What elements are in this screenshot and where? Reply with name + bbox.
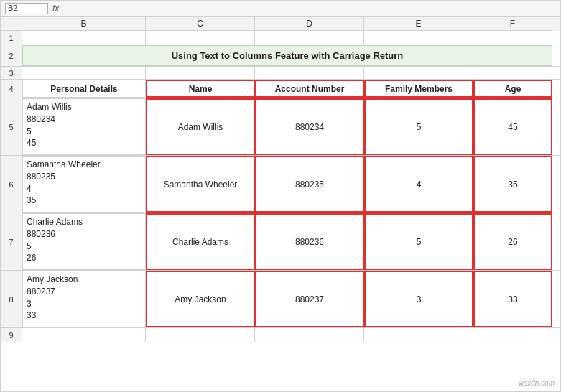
row-num-7: 7 xyxy=(1,213,22,270)
cell-e3[interactable] xyxy=(364,67,473,79)
col-header-f[interactable]: F xyxy=(473,17,552,31)
cell-name-8[interactable]: Amy Jackson xyxy=(146,271,255,327)
cell-b1[interactable] xyxy=(22,31,146,45)
grid: B C D E F 1 2 Using Text to Columns Feat… xyxy=(1,17,560,391)
cell-name-7[interactable]: Charlie Adams xyxy=(146,213,255,270)
row-num-1: 1 xyxy=(1,31,22,45)
grid-body: 1 2 Using Text to Columns Feature with C… xyxy=(1,31,560,342)
header-account-number[interactable]: Account Number xyxy=(255,80,364,98)
row-4-headers: 4 Personal Details Name Account Number F… xyxy=(1,80,560,98)
col-header-d[interactable]: D xyxy=(255,17,364,31)
watermark: wsxdn.com xyxy=(519,379,555,387)
header-name[interactable]: Name xyxy=(146,80,255,98)
cell-c9[interactable] xyxy=(146,328,255,342)
cell-e1[interactable] xyxy=(364,31,473,45)
cell-b3[interactable] xyxy=(22,67,146,79)
cell-personal-5[interactable]: Adam Willis 880234 5 45 xyxy=(22,98,146,155)
cell-account-8[interactable]: 880237 xyxy=(255,271,364,327)
cell-f9[interactable] xyxy=(473,328,552,342)
table-row: 5 Adam Willis 880234 5 45 Adam Willis 88… xyxy=(1,98,560,156)
col-header-b[interactable]: B xyxy=(22,17,146,31)
row-3: 3 xyxy=(1,67,560,80)
spreadsheet: B2 fx B C D E F 1 2 xyxy=(0,0,561,392)
cell-age-6[interactable]: 35 xyxy=(473,156,552,213)
cell-name-5[interactable]: Adam Willis xyxy=(146,98,255,155)
col-header-c[interactable]: C xyxy=(146,17,255,31)
header-personal-details[interactable]: Personal Details xyxy=(22,80,146,98)
row-num-8: 8 xyxy=(1,271,22,327)
table-row: 7 Charlie Adams 880236 5 26 Charlie Adam… xyxy=(1,213,560,271)
cell-name-6[interactable]: Samantha Wheeler xyxy=(146,156,255,213)
title-text: Using Text to Columns Feature with Carri… xyxy=(172,50,404,61)
cell-e9[interactable] xyxy=(364,328,473,342)
cell-account-7[interactable]: 880236 xyxy=(255,213,364,270)
formula-bar: B2 fx xyxy=(1,1,560,17)
row-num-9: 9 xyxy=(1,328,22,342)
corner-cell xyxy=(1,17,22,31)
header-family-members[interactable]: Family Members xyxy=(364,80,473,98)
row-2: 2 Using Text to Columns Feature with Car… xyxy=(1,45,560,67)
cell-f1[interactable] xyxy=(473,31,552,45)
cell-family-6[interactable]: 4 xyxy=(364,156,473,213)
cell-d3[interactable] xyxy=(255,67,364,79)
row-9: 9 xyxy=(1,328,560,342)
cell-family-7[interactable]: 5 xyxy=(364,213,473,270)
row-num-6: 6 xyxy=(1,156,22,213)
row-num-4: 4 xyxy=(1,80,22,98)
row-num-2: 2 xyxy=(1,45,22,66)
cell-family-8[interactable]: 3 xyxy=(364,271,473,327)
cell-personal-7[interactable]: Charlie Adams 880236 5 26 xyxy=(22,213,146,270)
cell-account-6[interactable]: 880235 xyxy=(255,156,364,213)
row-1: 1 xyxy=(1,31,560,45)
row-num-5: 5 xyxy=(1,98,22,155)
cell-personal-6[interactable]: Samantha Wheeler 880235 4 35 xyxy=(22,156,146,213)
row-num-3: 3 xyxy=(1,67,22,79)
fx-label: fx xyxy=(52,4,59,14)
cell-personal-8[interactable]: Amy Jackson 880237 3 33 xyxy=(22,271,146,327)
title-cell[interactable]: Using Text to Columns Feature with Carri… xyxy=(22,45,552,66)
cell-c1[interactable] xyxy=(146,31,255,45)
cell-age-7[interactable]: 26 xyxy=(473,213,552,270)
cell-f3[interactable] xyxy=(473,67,552,79)
table-row: 6 Samantha Wheeler 880235 4 35 Samantha … xyxy=(1,156,560,213)
cell-age-5[interactable]: 45 xyxy=(473,98,552,155)
name-box[interactable]: B2 xyxy=(5,3,48,14)
table-row: 8 Amy Jackson 880237 3 33 Amy Jackson 88… xyxy=(1,271,560,328)
cell-family-5[interactable]: 5 xyxy=(364,98,473,155)
cell-account-5[interactable]: 880234 xyxy=(255,98,364,155)
header-age[interactable]: Age xyxy=(473,80,552,98)
cell-b9[interactable] xyxy=(22,328,146,342)
cell-age-8[interactable]: 33 xyxy=(473,271,552,327)
cell-c3[interactable] xyxy=(146,67,255,79)
column-headers: B C D E F xyxy=(1,17,560,31)
cell-d1[interactable] xyxy=(255,31,364,45)
col-header-e[interactable]: E xyxy=(364,17,473,31)
cell-d9[interactable] xyxy=(255,328,364,342)
